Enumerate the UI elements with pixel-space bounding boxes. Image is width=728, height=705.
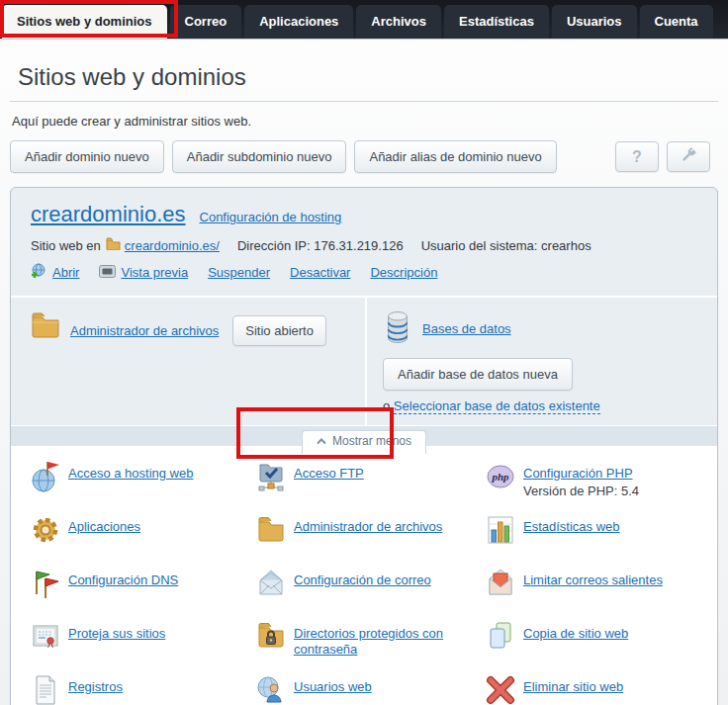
select-existing-db-link[interactable]: Seleccionar base de datos existente (394, 398, 600, 414)
deactivate-link[interactable]: Desactivar (290, 265, 350, 280)
domain-panel: creardominio.es Configuración de hosting… (10, 187, 718, 705)
tab-correo[interactable]: Correo (170, 5, 242, 39)
top-tab-bar: Sitios web y dominios Correo Aplicacione… (0, 0, 728, 40)
menu-item-usuarios-web[interactable]: Usuarios web (256, 673, 486, 705)
page-title: Sitios web y dominios (18, 63, 718, 91)
certificate-icon (31, 620, 60, 654)
folder-icon (256, 513, 286, 547)
open-site-button[interactable]: Sitio abierto (232, 315, 326, 346)
open-globe-icon (31, 263, 47, 282)
system-user-value: crearhos (541, 238, 592, 253)
database-icon (383, 309, 412, 348)
php-icon: php (486, 460, 515, 493)
domain-info-line: Sitio web en creardominio.es/ Dirección … (31, 237, 697, 253)
mail-icon (256, 567, 286, 600)
tab-archivos[interactable]: Archivos (356, 5, 441, 39)
copy-pages-icon (486, 620, 515, 654)
folder-small-icon (106, 237, 121, 253)
menu-item-acceso-ftp[interactable]: Acceso FTP (256, 460, 486, 513)
add-subdomain-button[interactable]: Añadir subdominio nuevo (172, 140, 347, 173)
file-manager-link[interactable]: Administrador de archivos (70, 323, 219, 338)
tab-estadisticas[interactable]: Estadísticas (444, 5, 549, 39)
tab-sitios-web-y-dominios[interactable]: Sitios web y dominios (2, 5, 167, 39)
suspend-link[interactable]: Suspender (208, 265, 270, 280)
menu-item-configuracion-php[interactable]: php Configuración PHP Versión de PHP: 5.… (486, 460, 717, 513)
menu-item-estadisticas-web[interactable]: Estadísticas web (486, 513, 717, 567)
add-database-button[interactable]: Añadir base de datos nueva (383, 358, 573, 391)
tab-cuenta[interactable]: Cuenta (640, 5, 713, 39)
menu-item-administrador-de-archivos[interactable]: Administrador de archivos (256, 513, 486, 567)
menu-item-directorios-protegidos[interactable]: Directorios protegidos con contraseña (256, 620, 486, 673)
wrench-icon (680, 146, 697, 168)
tab-usuarios[interactable]: Usuarios (552, 5, 637, 39)
menu-item-proteja-sus-sitios[interactable]: Proteja sus sitios (31, 620, 256, 673)
site-tools-menu: Acceso a hosting web Acceso FTP (11, 446, 717, 705)
description-link[interactable]: Descripción (370, 265, 437, 280)
ftp-icon (256, 460, 286, 493)
system-user-label: Usuario del sistema: (421, 238, 538, 253)
preview-link[interactable]: Vista previa (99, 265, 188, 281)
folder-icon (31, 311, 60, 342)
domain-actions: Abrir Vista previa Suspender Desactivar … (31, 261, 697, 286)
menu-item-configuracion-dns[interactable]: Configuración DNS (31, 567, 256, 620)
page-subtitle: Aquí puede crear y administrar sitios we… (12, 114, 718, 129)
hosting-config-link[interactable]: Configuración de hosting (200, 210, 342, 224)
add-domain-button[interactable]: Añadir dominio nuevo (10, 140, 164, 173)
php-version-label: Versión de PHP: 5.4 (523, 484, 639, 499)
menu-item-copia-de-sitio-web[interactable]: Copia de sitio web (486, 620, 717, 673)
help-button[interactable]: ? (615, 141, 659, 172)
menu-item-configuracion-de-correo[interactable]: Configuración de correo (256, 567, 486, 620)
file-manager-cell: Administrador de archivos Sitio abierto (11, 298, 365, 425)
site-prefix-label: Sitio web en (31, 238, 101, 253)
mail-limit-icon (486, 567, 515, 600)
quick-tools-section: Administrador de archivos Sitio abierto (11, 296, 717, 425)
bar-chart-icon (486, 513, 515, 547)
menu-item-acceso-hosting-web[interactable]: Acceso a hosting web (31, 460, 256, 513)
menu-item-aplicaciones[interactable]: Aplicaciones (31, 513, 256, 567)
open-site-link[interactable]: Abrir (31, 263, 79, 282)
databases-cell: Bases de datos Añadir base de datos nuev… (365, 298, 717, 425)
site-path-link[interactable]: creardominio.es/ (125, 238, 220, 253)
folder-lock-icon (256, 620, 286, 654)
databases-link[interactable]: Bases de datos (422, 321, 511, 336)
preview-icon (99, 265, 116, 281)
delete-x-icon (486, 673, 515, 705)
domain-panel-header: creardominio.es Configuración de hosting… (11, 188, 717, 296)
svg-text:php: php (491, 471, 509, 483)
tools-button[interactable] (667, 141, 710, 172)
gear-icon (31, 513, 60, 547)
menu-item-limitar-correos-salientes[interactable]: Limitar correos salientes (486, 567, 717, 620)
web-users-icon (256, 673, 286, 705)
toolbar: Añadir dominio nuevo Añadir subdominio n… (10, 140, 718, 173)
or-label: o (383, 398, 390, 413)
show-less-button[interactable]: Mostrar menos (302, 430, 426, 454)
hosting-access-icon (31, 460, 60, 493)
menu-item-eliminar-sitio-web[interactable]: Eliminar sitio web (486, 673, 717, 705)
ip-value: 176.31.219.126 (314, 238, 403, 253)
page-content: Sitios web y dominios Aquí puede crear y… (0, 40, 728, 704)
domain-name-link[interactable]: creardominio.es (31, 202, 186, 227)
show-less-bar: Mostrar menos (11, 425, 717, 446)
menu-item-registros[interactable]: Registros (31, 673, 256, 705)
log-file-icon (31, 673, 60, 705)
flags-icon (31, 567, 60, 600)
add-domain-alias-button[interactable]: Añadir alias de dominio nuevo (354, 140, 556, 173)
title-divider (10, 101, 718, 102)
tab-aplicaciones[interactable]: Aplicaciones (244, 5, 353, 39)
ip-label: Dirección IP: (237, 238, 311, 253)
chevron-up-icon (317, 434, 326, 448)
